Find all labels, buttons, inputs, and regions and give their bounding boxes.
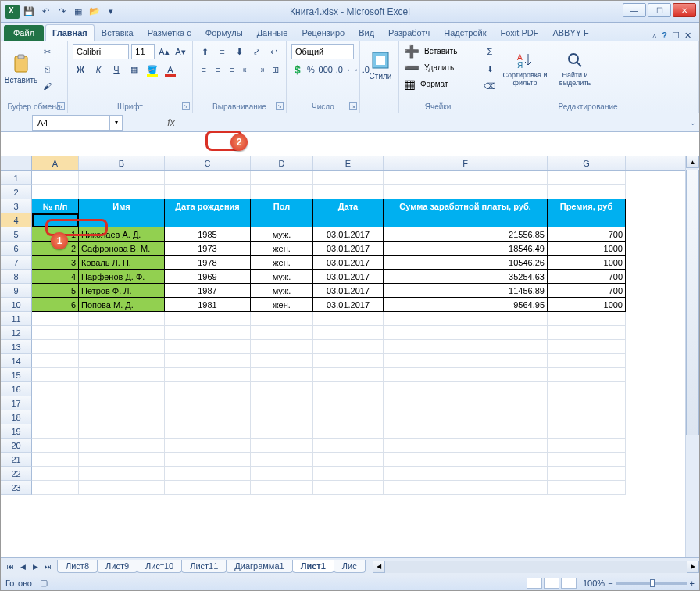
cell-D23[interactable] (251, 481, 313, 495)
cell-E7[interactable]: 03.01.2017 (313, 256, 384, 270)
cell-F10[interactable]: 9564.95 (384, 298, 548, 312)
cell-A15[interactable] (32, 368, 79, 382)
increase-indent-icon[interactable]: ⇥ (255, 62, 266, 77)
tab-insert[interactable]: Вставка (95, 24, 141, 41)
align-middle-icon[interactable]: ≡ (215, 44, 230, 59)
sheet-last-icon[interactable]: ⏭ (41, 561, 54, 573)
cell-G15[interactable] (548, 368, 626, 382)
undo-icon[interactable]: ↶ (38, 5, 52, 19)
cell-D9[interactable]: муж. (251, 284, 313, 298)
cell-B6[interactable]: Сафронова В. М. (79, 242, 165, 256)
cell-A9[interactable]: 5 (32, 284, 79, 298)
sheet-tab-Лист1[interactable]: Лист1 (292, 560, 334, 573)
sheet-tab-Лист11[interactable]: Лист11 (181, 560, 227, 573)
name-box-dropdown-icon[interactable]: ▾ (110, 115, 123, 131)
column-header-A[interactable]: A (32, 156, 79, 170)
tab-addins[interactable]: Надстройк (437, 24, 493, 41)
cell-E22[interactable] (313, 467, 384, 481)
merge-icon[interactable]: ⊞ (270, 62, 281, 77)
percent-icon[interactable]: % (306, 62, 316, 77)
hscroll-left-icon[interactable]: ◀ (373, 561, 385, 573)
decrease-font-icon[interactable]: A▾ (173, 44, 188, 59)
cell-B14[interactable] (79, 354, 165, 368)
cell-B7[interactable]: Коваль Л. П. (79, 256, 165, 270)
row-header-8[interactable]: 8 (1, 270, 32, 284)
cell-B23[interactable] (79, 481, 165, 495)
decrease-indent-icon[interactable]: ⇤ (241, 62, 252, 77)
orientation-icon[interactable]: ⤢ (249, 44, 264, 59)
cell-F11[interactable] (384, 312, 548, 326)
cell-B21[interactable] (79, 453, 165, 467)
cell-C10[interactable]: 1981 (165, 298, 251, 312)
row-header-23[interactable]: 23 (1, 481, 32, 495)
tab-formulas[interactable]: Формулы (198, 24, 250, 41)
cell-D11[interactable] (251, 312, 313, 326)
cell-F5[interactable]: 21556.85 (384, 227, 548, 242)
font-name-combo[interactable]: Calibri (73, 44, 129, 59)
cell-C8[interactable]: 1969 (165, 270, 251, 284)
cell-F21[interactable] (384, 453, 548, 467)
vertical-scrollbar[interactable]: ▲ (685, 156, 699, 557)
column-header-D[interactable]: D (251, 156, 313, 170)
tab-home[interactable]: Главная (45, 24, 95, 41)
format-painter-icon[interactable]: 🖌 (39, 78, 55, 94)
align-right-icon[interactable]: ≡ (227, 62, 238, 77)
sort-filter-button[interactable]: АЯ Сортировка и фильтр (500, 48, 550, 91)
cell-D5[interactable]: муж. (251, 227, 313, 242)
cell-A21[interactable] (32, 453, 79, 467)
cell-F1[interactable] (384, 171, 548, 185)
cell-G16[interactable] (548, 382, 626, 396)
cell-E17[interactable] (313, 396, 384, 410)
cell-D6[interactable]: жен. (251, 242, 313, 256)
normal-view-icon[interactable] (527, 578, 542, 589)
cell-C7[interactable]: 1978 (165, 256, 251, 270)
align-left-icon[interactable]: ≡ (198, 62, 209, 77)
sheet-prev-icon[interactable]: ◀ (16, 561, 29, 573)
cell-D3[interactable]: Пол (251, 199, 313, 213)
cell-D8[interactable]: муж. (251, 270, 313, 284)
page-break-view-icon[interactable] (561, 578, 577, 589)
cell-C17[interactable] (165, 396, 251, 410)
row-header-12[interactable]: 12 (1, 326, 32, 340)
tab-review[interactable]: Рецензиро (295, 24, 352, 41)
cell-B8[interactable]: Парфенов Д. Ф. (79, 270, 165, 284)
italic-button[interactable]: К (91, 62, 106, 77)
help-icon[interactable]: ? (662, 30, 667, 41)
cell-B13[interactable] (79, 340, 165, 354)
copy-icon[interactable]: ⎘ (39, 61, 55, 77)
cell-G18[interactable] (548, 410, 626, 424)
cell-D1[interactable] (251, 171, 313, 185)
row-header-17[interactable]: 17 (1, 396, 32, 410)
currency-icon[interactable]: 💲 (291, 62, 304, 77)
cell-D12[interactable] (251, 326, 313, 340)
row-header-22[interactable]: 22 (1, 467, 32, 481)
cell-A20[interactable] (32, 439, 79, 453)
cell-B22[interactable] (79, 467, 165, 481)
cell-D7[interactable]: жен. (251, 256, 313, 270)
cell-A18[interactable] (32, 410, 79, 424)
row-header-19[interactable]: 19 (1, 424, 32, 439)
cell-B10[interactable]: Попова М. Д. (79, 298, 165, 312)
cell-A7[interactable]: 3 (32, 256, 79, 270)
hscroll-right-icon[interactable]: ▶ (687, 561, 699, 573)
cell-E10[interactable]: 03.01.2017 (313, 298, 384, 312)
align-bottom-icon[interactable]: ⬇ (232, 44, 247, 59)
insert-function-button[interactable]: fx (162, 115, 180, 131)
zoom-slider[interactable] (616, 582, 687, 585)
find-select-button[interactable]: Найти и выделить (552, 48, 598, 91)
cell-A13[interactable] (32, 340, 79, 354)
zoom-in-icon[interactable]: + (690, 578, 695, 588)
qat-dropdown-icon[interactable]: ▾ (104, 5, 118, 19)
cell-G20[interactable] (548, 439, 626, 453)
cell-F14[interactable] (384, 354, 548, 368)
cell-F18[interactable] (384, 410, 548, 424)
cell-G2[interactable] (548, 185, 626, 199)
cell-G11[interactable] (548, 312, 626, 326)
row-header-7[interactable]: 7 (1, 256, 32, 270)
cell-C22[interactable] (165, 467, 251, 481)
row-header-15[interactable]: 15 (1, 368, 32, 382)
redo-icon[interactable]: ↷ (55, 5, 69, 19)
cell-C20[interactable] (165, 439, 251, 453)
page-layout-view-icon[interactable] (544, 578, 559, 589)
cell-G12[interactable] (548, 326, 626, 340)
